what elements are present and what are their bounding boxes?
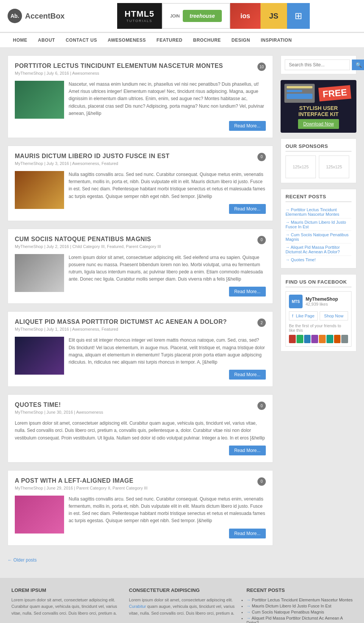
footer-widgets: LOREM IPSUM Lorem ipsum dolor sit amet, … bbox=[0, 578, 364, 623]
nav-link-awesomeness[interactable]: AWESOMENESS bbox=[102, 33, 151, 47]
html5-banner: HTML5 TUTORIALS bbox=[117, 3, 162, 29]
ad-container: FREE STYLISH USER INTERFACE KIT Download… bbox=[281, 80, 356, 133]
ad-free-badge: FREE bbox=[318, 85, 351, 101]
nav-item-about[interactable]: ABOUT bbox=[33, 33, 60, 47]
search-button[interactable]: 🔍 bbox=[352, 60, 364, 70]
post-6-image bbox=[15, 496, 64, 534]
sidebar: 🔍 FREE STYLISH USER INTERFACE KIT Downlo… bbox=[281, 55, 356, 570]
nav-link-inspiration[interactable]: INSPIRATION bbox=[256, 33, 297, 47]
grid-icon: ⊞ bbox=[295, 11, 302, 21]
footer-widget-2: CONSECTETUER ADIPISCING Lorem ipsum dolo… bbox=[129, 587, 235, 623]
sponsor-box-2: 125x125 bbox=[319, 155, 349, 178]
post-4-read-more[interactable]: Read More... bbox=[229, 370, 266, 380]
html5-title: HTML5 bbox=[125, 9, 154, 19]
recent-post-link-1[interactable]: Porttitor Lectus Tincidunt Elementum Nas… bbox=[286, 207, 339, 217]
treehouse-button[interactable]: treehouse bbox=[183, 10, 222, 22]
search-widget: 🔍 bbox=[281, 55, 356, 74]
nav-link-design[interactable]: DESIGN bbox=[226, 33, 256, 47]
fb-tagline: Be the first of your friends to like thi… bbox=[289, 323, 348, 333]
nav-item-inspiration[interactable]: INSPIRATION bbox=[256, 33, 297, 47]
js-label: JS bbox=[269, 12, 278, 20]
content-area: PORTTITOR LECTUS TINCIDUNT ELEMENTUM NAS… bbox=[8, 55, 273, 570]
post-6-comment-count: 0 bbox=[257, 477, 266, 486]
main-layout: PORTTITOR LECTUS TINCIDUNT ELEMENTUM NAS… bbox=[0, 48, 364, 578]
nav-link-brochure[interactable]: BROCHURE bbox=[188, 33, 226, 47]
js-banner: JS bbox=[260, 3, 287, 29]
nav-item-home[interactable]: HOME bbox=[8, 33, 33, 47]
post-5-comment-count: 0 bbox=[257, 402, 266, 410]
ios-label: ios bbox=[240, 12, 250, 20]
nav-item-featured[interactable]: FEATURED bbox=[151, 33, 188, 47]
post-6-meta: MyThemeShop | June 29, 2016 | Parent Cat… bbox=[15, 486, 254, 490]
treehouse-banner[interactable]: JOIN treehouse bbox=[162, 3, 230, 29]
post-4-image bbox=[15, 337, 64, 375]
nav-link-home[interactable]: HOME bbox=[8, 33, 33, 47]
footer-recent-link-4[interactable]: Aliquet Pid Massa Porttitor Dictumst Ac … bbox=[246, 616, 343, 623]
post-4-meta: MyThemeShop | July 1, 2016 | Awesomeness… bbox=[15, 327, 254, 331]
nav-item-contact[interactable]: CONTACT US bbox=[60, 33, 102, 47]
nav-item-brochure[interactable]: BROCHURE bbox=[188, 33, 226, 47]
sponsors-title: OUR SPONSORS bbox=[286, 143, 351, 152]
fb-friend-8 bbox=[341, 335, 348, 343]
footer-widget-2-title: CONSECTETUER ADIPISCING bbox=[129, 587, 235, 593]
sponsors-widget: OUR SPONSORS 125x125 125x125 bbox=[281, 138, 356, 183]
post-6: A POST WITH A LEFT-ALIGNED IMAGE MyTheme… bbox=[8, 470, 273, 546]
footer-widget-2-link[interactable]: Curabitur bbox=[129, 604, 146, 609]
footer-widget-3-title: RECENT POSTS bbox=[246, 587, 353, 593]
recent-post-link-5[interactable]: Quotes Time! bbox=[291, 257, 315, 262]
recent-post-link-3[interactable]: Cum Sociis Natoque Penatibus Magnis bbox=[286, 232, 348, 242]
footer-recent-link-2[interactable]: Mauris Dictum Libero Id Justo Fusce In E… bbox=[252, 604, 331, 608]
recent-post-link-2[interactable]: Mauris Dictum Libero Id Justo Fusce In E… bbox=[286, 220, 346, 229]
recent-post-1: Porttitor Lectus Tincidunt Elementum Nas… bbox=[286, 206, 351, 218]
recent-post-link-4[interactable]: Aliquet Pid Massa Porttitor Dictumst Ac … bbox=[286, 245, 340, 254]
join-text: JOIN bbox=[170, 14, 180, 18]
fb-header: MTS MyThemeShop 42,939 likes bbox=[289, 295, 348, 308]
post-4-title: ALIQUET PID MASSA PORTTITOR DICTUMST AC … bbox=[15, 319, 254, 325]
post-1-title: PORTTITOR LECTUS TINCIDUNT ELEMENTUM NAS… bbox=[15, 63, 254, 69]
search-input[interactable] bbox=[285, 60, 350, 70]
nav-item-design[interactable]: DESIGN bbox=[226, 33, 256, 47]
footer-recent-3: Cum Sociis Natoque Penatibus Magnis bbox=[246, 609, 353, 615]
footer-recent-4: Aliquet Pid Massa Porttitor Dictumst Ac … bbox=[246, 615, 353, 623]
recent-posts-title: RECENT POSTS bbox=[286, 194, 351, 202]
post-4-comment-count: 2 bbox=[257, 319, 266, 327]
post-2-read-more[interactable]: Read More... bbox=[229, 204, 266, 214]
footer-recent-link-1[interactable]: Porttitor Lectus Tincidunt Elementum Nas… bbox=[252, 598, 353, 602]
post-3-image bbox=[15, 254, 64, 292]
site-logo-text: AccentBox bbox=[25, 12, 64, 20]
fb-shop-button[interactable]: Shop Now bbox=[320, 311, 348, 320]
recent-posts-list: Porttitor Lectus Tincidunt Elementum Nas… bbox=[286, 206, 351, 264]
post-2: MAURIS DICTUM LIBERO ID JUSTO FUSCE IN E… bbox=[8, 146, 273, 221]
nav-item-awesomeness[interactable]: AWESOMENESS bbox=[102, 33, 151, 47]
nav-link-contact[interactable]: CONTACT US bbox=[60, 33, 102, 47]
recent-post-3: Cum Sociis Natoque Penatibus Magnis bbox=[286, 231, 351, 243]
facebook-widget: FIND US ON FACEBOOK MTS MyThemeShop 42,9… bbox=[281, 274, 356, 352]
post-2-image bbox=[15, 171, 64, 209]
post-1-read-more[interactable]: Read More... bbox=[229, 121, 266, 131]
post-5-title: QUOTES TIME! bbox=[15, 402, 254, 408]
logo-area: Ab. AccentBox bbox=[8, 9, 64, 23]
fb-friend-3 bbox=[304, 335, 311, 343]
post-6-read-more[interactable]: Read More... bbox=[229, 529, 266, 538]
grid-banner: ⊞ bbox=[287, 3, 310, 29]
post-2-title: MAURIS DICTUM LIBERO ID JUSTO FUSCE IN E… bbox=[15, 153, 254, 160]
post-5-excerpt: Lorem ipsum dolor sit amet, consectetuer… bbox=[15, 420, 266, 442]
fb-like-button[interactable]: f Like Page bbox=[289, 311, 318, 320]
post-5-read-more[interactable]: Read More... bbox=[229, 446, 266, 455]
footer-recent-link-3[interactable]: Cum Sociis Natoque Penatibus Magnis bbox=[252, 610, 324, 614]
older-posts-link[interactable]: ← Older posts bbox=[8, 557, 37, 563]
facebook-box: MTS MyThemeShop 42,939 likes f Like Page… bbox=[286, 291, 351, 347]
banner-area: HTML5 TUTORIALS JOIN treehouse ios JS ⊞ bbox=[70, 3, 356, 29]
ad-download-button[interactable]: Download Now bbox=[298, 119, 339, 129]
post-3: CUM SOCIIS NATOQUE PENATIBUS MAGNIS MyTh… bbox=[8, 229, 273, 304]
post-3-read-more[interactable]: Read More... bbox=[229, 287, 266, 297]
footer-recent-1: Porttitor Lectus Tincidunt Elementum Nas… bbox=[246, 597, 353, 603]
recent-post-4: Aliquet Pid Massa Porttitor Dictumst Ac … bbox=[286, 243, 351, 256]
nav-link-featured[interactable]: FEATURED bbox=[151, 33, 188, 47]
nav-link-about[interactable]: ABOUT bbox=[33, 33, 60, 47]
post-4-excerpt: Elit quis est sit integer rhoncus intege… bbox=[69, 337, 266, 366]
recent-post-5: Quotes Time! bbox=[286, 256, 351, 264]
fb-friend-avatars bbox=[289, 335, 348, 343]
post-1-excerpt: Nascetur, vel massa enim lundium nec in,… bbox=[69, 81, 266, 117]
facebook-title: FIND US ON FACEBOOK bbox=[286, 279, 351, 287]
